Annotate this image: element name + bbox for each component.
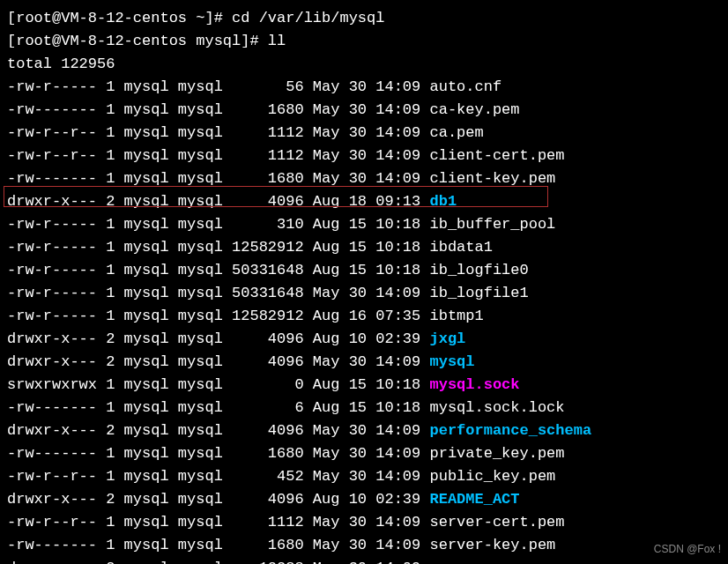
- file-listing-row: -rw-r----- 1 mysql mysql 56 May 30 14:09…: [7, 76, 721, 99]
- file-attrs: drwxr-x--- 2 mysql mysql 4096 Aug 10 02:…: [7, 491, 429, 508]
- file-name: server-cert.pem: [429, 514, 564, 531]
- file-name: ibtmp1: [429, 308, 483, 324]
- file-name: ib_logfile0: [429, 262, 528, 278]
- file-attrs: -rw-r----- 1 mysql mysql 56 May 30 14:09: [7, 78, 429, 95]
- file-listing-row: -rw-r--r-- 1 mysql mysql 452 May 30 14:0…: [7, 465, 721, 488]
- file-attrs: -rw------- 1 mysql mysql 1680 May 30 14:…: [7, 101, 429, 118]
- file-listing-row: drwxr-x--- 2 mysql mysql 4096 Aug 18 09:…: [7, 190, 721, 213]
- file-listing-row: -rw-r--r-- 1 mysql mysql 1112 May 30 14:…: [7, 511, 721, 534]
- file-listing-row: drwxr-x--- 2 mysql mysql 12288 May 30 14…: [7, 557, 721, 564]
- file-attrs: drwxr-x--- 2 mysql mysql 4096 Aug 10 02:…: [7, 330, 429, 347]
- file-attrs: -rw-r----- 1 mysql mysql 50331648 May 30…: [7, 285, 429, 301]
- file-attrs: -rw-r--r-- 1 mysql mysql 1112 May 30 14:…: [7, 514, 429, 531]
- file-attrs: -rw-r--r-- 1 mysql mysql 1112 May 30 14:…: [7, 147, 429, 164]
- file-listing-row: -rw-r----- 1 mysql mysql 50331648 Aug 15…: [7, 259, 721, 282]
- file-listing-row: -rw-r----- 1 mysql mysql 12582912 Aug 16…: [7, 305, 721, 328]
- file-attrs: srwxrwxrwx 1 mysql mysql 0 Aug 15 10:18: [7, 376, 429, 393]
- prompt-line-2: [root@VM-8-12-centos mysql]# ll: [7, 30, 721, 53]
- file-attrs: -rw------- 1 mysql mysql 1680 May 30 14:…: [7, 537, 429, 553]
- file-name: jxgl: [429, 330, 465, 347]
- file-name: client-cert.pem: [429, 147, 564, 164]
- file-attrs: -rw-r----- 1 mysql mysql 12582912 Aug 15…: [7, 239, 429, 256]
- file-attrs: -rw------- 1 mysql mysql 6 Aug 15 10:18: [7, 399, 429, 416]
- file-listing-row: -rw-r--r-- 1 mysql mysql 1112 May 30 14:…: [7, 122, 721, 145]
- file-attrs: drwxr-x--- 2 mysql mysql 4096 May 30 14:…: [7, 422, 429, 439]
- file-listing-row: -rw------- 1 mysql mysql 1680 May 30 14:…: [7, 99, 721, 122]
- file-listing-row: -rw------- 1 mysql mysql 1680 May 30 14:…: [7, 442, 721, 465]
- file-listing-row: -rw------- 1 mysql mysql 1680 May 30 14:…: [7, 534, 721, 557]
- file-name: sys: [429, 560, 457, 564]
- file-name: mysql.sock.lock: [429, 399, 564, 416]
- file-listing-row: drwxr-x--- 2 mysql mysql 4096 May 30 14:…: [7, 419, 721, 442]
- file-name: ib_logfile1: [429, 285, 528, 301]
- file-listing-row: -rw-r--r-- 1 mysql mysql 1112 May 30 14:…: [7, 145, 721, 167]
- file-attrs: -rw------- 1 mysql mysql 1680 May 30 14:…: [7, 445, 429, 462]
- file-name: mysql: [429, 353, 474, 370]
- file-name: performance_schema: [429, 422, 591, 439]
- file-listing-row: -rw------- 1 mysql mysql 1680 May 30 14:…: [7, 167, 721, 190]
- file-attrs: -rw-r----- 1 mysql mysql 310 Aug 15 10:1…: [7, 216, 429, 233]
- file-name: ib_buffer_pool: [429, 216, 555, 233]
- file-listing-row: srwxrwxrwx 1 mysql mysql 0 Aug 15 10:18 …: [7, 374, 721, 397]
- file-listing-row: -rw------- 1 mysql mysql 6 Aug 15 10:18 …: [7, 397, 721, 419]
- watermark: CSDN @Fox !: [654, 538, 721, 560]
- file-listing-row: drwxr-x--- 2 mysql mysql 4096 Aug 10 02:…: [7, 488, 721, 511]
- file-name: ca.pem: [429, 124, 483, 141]
- file-name: mysql.sock: [429, 376, 519, 393]
- file-name: db1: [429, 193, 457, 210]
- file-name: public_key.pem: [429, 468, 555, 485]
- file-attrs: drwxr-x--- 2 mysql mysql 4096 May 30 14:…: [7, 353, 429, 370]
- file-name: README_ACT: [429, 491, 519, 508]
- file-attrs: -rw-r----- 1 mysql mysql 50331648 Aug 15…: [7, 262, 429, 278]
- file-listing-row: -rw-r----- 1 mysql mysql 50331648 May 30…: [7, 282, 721, 305]
- file-name: client-key.pem: [429, 170, 555, 187]
- file-attrs: -rw-r----- 1 mysql mysql 12582912 Aug 16…: [7, 308, 429, 324]
- file-attrs: drwxr-x--- 2 mysql mysql 12288 May 30 14…: [7, 560, 429, 564]
- file-listing-row: -rw-r----- 1 mysql mysql 310 Aug 15 10:1…: [7, 213, 721, 236]
- file-name: private_key.pem: [429, 445, 564, 462]
- terminal-output[interactable]: [root@VM-8-12-centos ~]# cd /var/lib/mys…: [7, 7, 721, 564]
- file-attrs: drwxr-x--- 2 mysql mysql 4096 Aug 18 09:…: [7, 193, 429, 210]
- file-listing-row: -rw-r----- 1 mysql mysql 12582912 Aug 15…: [7, 236, 721, 259]
- file-name: ca-key.pem: [429, 101, 519, 118]
- file-listing-row: drwxr-x--- 2 mysql mysql 4096 Aug 10 02:…: [7, 328, 721, 351]
- file-name: ibdata1: [429, 239, 492, 256]
- file-listing-row: drwxr-x--- 2 mysql mysql 4096 May 30 14:…: [7, 351, 721, 374]
- file-attrs: -rw-r--r-- 1 mysql mysql 452 May 30 14:0…: [7, 468, 429, 485]
- prompt-line-1: [root@VM-8-12-centos ~]# cd /var/lib/mys…: [7, 7, 721, 30]
- total-line: total 122956: [7, 53, 721, 76]
- file-attrs: -rw------- 1 mysql mysql 1680 May 30 14:…: [7, 170, 429, 187]
- file-name: auto.cnf: [429, 78, 501, 95]
- file-attrs: -rw-r--r-- 1 mysql mysql 1112 May 30 14:…: [7, 124, 429, 141]
- file-name: server-key.pem: [429, 537, 555, 553]
